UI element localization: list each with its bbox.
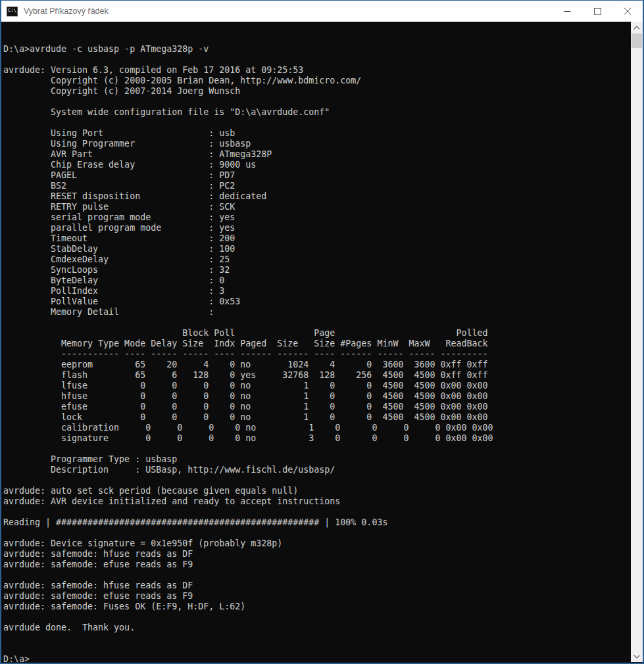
minimize-icon <box>564 8 571 15</box>
scroll-down-button[interactable] <box>631 651 643 662</box>
scroll-up-button[interactable] <box>631 22 643 33</box>
close-button[interactable] <box>612 1 643 22</box>
scrollbar[interactable] <box>631 22 643 662</box>
console-output[interactable]: D:\a>avrdude -c usbasp -p ATmega328p -v … <box>1 22 643 662</box>
window-title: Vybrat Příkazový řádek <box>24 7 552 16</box>
chevron-down-icon <box>633 655 640 659</box>
close-icon <box>624 7 632 15</box>
titlebar[interactable]: C:\_ Vybrat Příkazový řádek <box>1 1 643 22</box>
maximize-icon <box>594 8 601 15</box>
chevron-up-icon <box>633 26 640 30</box>
terminal-window: C:\_ Vybrat Příkazový řádek D:\a> <box>0 0 644 664</box>
cmd-icon: C:\_ <box>7 7 18 16</box>
window-controls <box>552 1 643 22</box>
scrollbar-thumb[interactable] <box>632 34 642 48</box>
maximize-button[interactable] <box>582 1 612 22</box>
minimize-button[interactable] <box>552 1 582 22</box>
console-text: D:\a>avrdude -c usbasp -p ATmega328p -v … <box>1 22 643 662</box>
